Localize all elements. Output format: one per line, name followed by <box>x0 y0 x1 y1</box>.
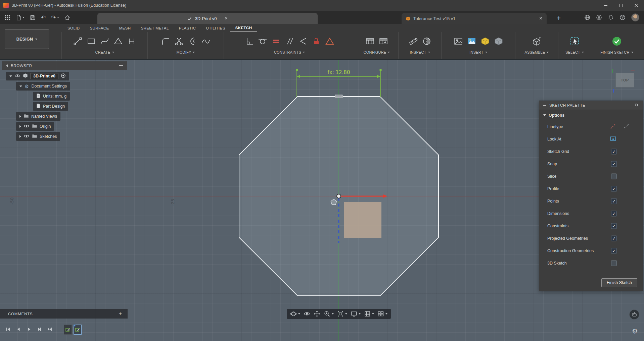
3d-sketch-checkbox[interactable] <box>611 260 617 266</box>
step-back-button[interactable] <box>16 327 21 332</box>
select-tool-icon[interactable] <box>570 36 580 46</box>
configure-menu[interactable]: CONFIGURE <box>364 50 390 54</box>
maximize-button[interactable] <box>613 0 629 11</box>
play-button[interactable] <box>26 327 32 332</box>
pan-icon[interactable] <box>314 310 320 317</box>
polygon-tool-icon[interactable] <box>113 36 123 46</box>
activate-component-icon[interactable] <box>61 73 66 79</box>
offset-tool-icon[interactable] <box>187 36 197 46</box>
fillet-tool-icon[interactable] <box>160 36 171 46</box>
chevron-right-icon[interactable] <box>19 125 21 128</box>
selected-profile-region[interactable] <box>344 202 381 238</box>
chevron-right-icon[interactable] <box>19 115 21 118</box>
close-button[interactable] <box>629 0 644 11</box>
mcmaster-part-icon[interactable] <box>480 36 490 46</box>
file-menu-icon[interactable] <box>16 15 25 20</box>
comments-bar[interactable]: COMMENTS + <box>0 309 128 319</box>
fit-view-icon[interactable] <box>337 310 347 317</box>
fix-constraint-icon[interactable] <box>325 36 335 46</box>
close-tab-icon[interactable] <box>539 16 543 21</box>
construction-linetype-icon[interactable] <box>610 123 616 130</box>
undo-icon[interactable]: ↶ <box>41 15 46 20</box>
finish-sketch-button[interactable]: Finish Sketch <box>601 278 637 287</box>
grid-settings-icon[interactable] <box>364 310 374 317</box>
visibility-eye-icon[interactable] <box>24 134 30 139</box>
tab-sheet-metal[interactable]: SHEET METAL <box>136 24 174 32</box>
equal-constraint-icon[interactable] <box>271 36 281 46</box>
lock-constraint-icon[interactable] <box>311 36 321 46</box>
collinear-constraint-icon[interactable] <box>298 36 308 46</box>
chevron-down-icon[interactable] <box>9 75 12 77</box>
visibility-eye-icon[interactable] <box>24 124 30 129</box>
web-icon[interactable] <box>584 14 590 20</box>
go-to-start-button[interactable] <box>5 327 11 332</box>
display-settings-icon[interactable] <box>351 310 361 317</box>
new-component-icon[interactable] <box>532 36 542 46</box>
browser-row-document-settings[interactable]: ⚙ Document Settings <box>16 82 70 91</box>
finish-sketch-icon[interactable] <box>611 36 622 47</box>
inspect-menu[interactable]: INSPECT <box>410 50 430 54</box>
line-tool-icon[interactable] <box>73 36 83 46</box>
dimension-value[interactable]: fx: 12.80 <box>328 69 350 75</box>
spline-tool-icon[interactable] <box>100 36 110 46</box>
browser-row-origin[interactable]: Origin <box>16 122 54 131</box>
collapse-palette-icon[interactable] <box>543 105 546 106</box>
close-tab-icon[interactable] <box>224 16 228 21</box>
options-section-header[interactable]: Options <box>539 110 643 120</box>
centerline-linetype-icon[interactable] <box>623 123 630 130</box>
workspace-selector[interactable]: DESIGN <box>5 30 49 49</box>
help-icon[interactable] <box>619 14 626 20</box>
insert-mesh-icon[interactable] <box>494 36 504 46</box>
timeline-sketch-feature-active[interactable] <box>74 325 82 335</box>
viewports-icon[interactable] <box>377 310 387 317</box>
dimensions-checkbox[interactable]: ✓ <box>611 211 617 216</box>
redo-icon[interactable]: ↷ <box>51 15 59 20</box>
browser-row-root[interactable]: 3D-Print v0 <box>6 72 69 80</box>
tab-utilities[interactable]: UTILITIES <box>201 24 230 32</box>
look-at-view-icon[interactable] <box>304 310 310 317</box>
timeline-sketch-feature[interactable] <box>64 325 72 335</box>
tab-sketch[interactable]: SKETCH <box>230 24 257 32</box>
chevron-right-icon[interactable] <box>19 135 21 138</box>
user-avatar[interactable] <box>631 13 639 21</box>
sketch-palette-header[interactable]: SKETCH PALETTE <box>539 101 643 110</box>
new-tab-button[interactable]: + <box>554 13 563 23</box>
root-component-name[interactable]: 3D-Print v0 <box>30 73 58 79</box>
origin-point[interactable] <box>337 194 341 198</box>
zoom-icon[interactable] <box>324 310 334 317</box>
document-tab-active[interactable]: 3D-Print v0 <box>97 13 318 24</box>
profile-icon[interactable] <box>596 14 602 20</box>
document-tab-inactive[interactable]: Tolerance Test v15 v1 <box>402 13 547 24</box>
view-cube[interactable]: TOP <box>615 73 634 88</box>
midpoint-grip[interactable] <box>335 95 343 98</box>
construction-geometries-checkbox[interactable]: ✓ <box>611 248 617 253</box>
canvas-image-icon[interactable] <box>467 36 477 46</box>
add-comment-button[interactable]: + <box>119 310 122 317</box>
slice-checkbox[interactable] <box>611 173 617 179</box>
profile-checkbox[interactable]: ✓ <box>611 186 617 191</box>
visibility-eye-icon[interactable] <box>14 74 20 79</box>
preferences-gear-icon[interactable]: ⚙ <box>632 328 638 335</box>
browser-header[interactable]: BROWSER <box>2 61 127 70</box>
tab-plastic[interactable]: PLASTIC <box>174 24 201 32</box>
sketch-viewport[interactable]: fx: 12.80 -50 -25 TOP <box>0 60 644 341</box>
assistant-button[interactable] <box>629 309 639 320</box>
create-menu[interactable]: CREATE <box>95 50 114 54</box>
constraints-menu[interactable]: CONSTRAINTS <box>274 50 305 54</box>
step-forward-button[interactable] <box>37 327 42 332</box>
home-icon[interactable] <box>64 15 70 20</box>
notifications-bell-icon[interactable] <box>608 14 614 20</box>
named-configuration-icon[interactable] <box>378 36 388 46</box>
finish-sketch-menu[interactable]: FINISH SKETCH <box>600 50 633 54</box>
tab-mesh[interactable]: MESH <box>114 24 136 32</box>
configuration-table-icon[interactable] <box>365 36 375 46</box>
dimension-grip[interactable] <box>296 69 298 71</box>
save-icon[interactable] <box>30 15 36 20</box>
snap-checkbox[interactable]: ✓ <box>611 161 617 167</box>
chevron-down-icon[interactable] <box>19 86 22 87</box>
app-grid-icon[interactable] <box>5 15 10 20</box>
collapse-browser-icon[interactable] <box>6 64 8 67</box>
slot-tool-icon[interactable] <box>127 36 137 46</box>
points-checkbox[interactable]: ✓ <box>611 198 617 204</box>
modify-menu[interactable]: MODIFY <box>177 50 195 54</box>
